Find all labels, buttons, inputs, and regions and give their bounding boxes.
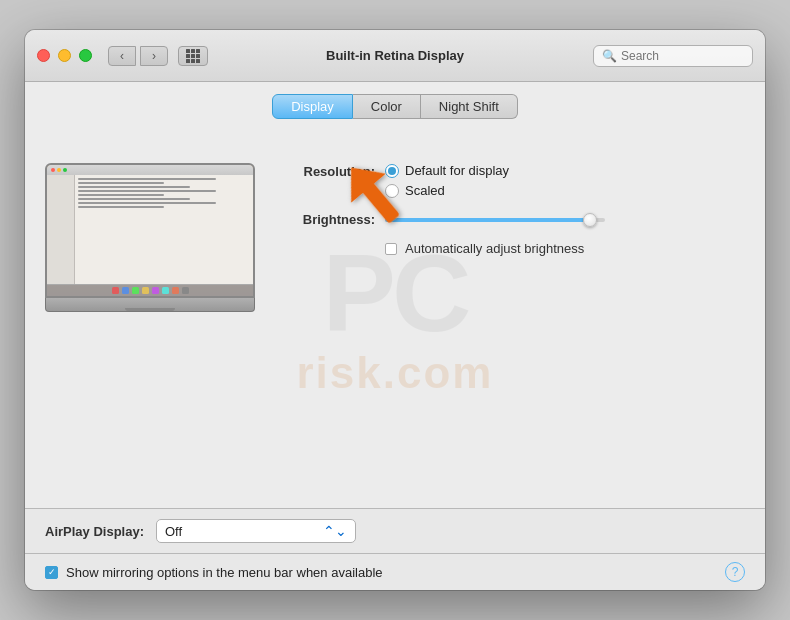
mini-line-6 [78, 198, 190, 200]
radio-scaled-label: Scaled [405, 183, 445, 198]
search-icon: 🔍 [602, 49, 617, 63]
mirror-row: ✓ Show mirroring options in the menu bar… [25, 553, 765, 590]
radio-default-inner [388, 167, 396, 175]
content-area: PC risk.com [25, 127, 765, 508]
radio-default-circle[interactable] [385, 164, 399, 178]
airplay-value: Off [165, 524, 182, 539]
close-button[interactable] [37, 49, 50, 62]
laptop-base [45, 298, 255, 312]
dock-icon-1 [112, 287, 119, 294]
auto-brightness-row: Automatically adjust brightness [385, 241, 745, 256]
grid-icon [186, 49, 200, 63]
auto-brightness-checkbox[interactable] [385, 243, 397, 255]
back-button[interactable]: ‹ [108, 46, 136, 66]
tabs-bar: Display Color Night Shift [25, 82, 765, 127]
traffic-lights [37, 49, 92, 62]
mirror-checkbox[interactable]: ✓ [45, 566, 58, 579]
mini-dock [47, 284, 253, 296]
brightness-row: Brightness: [285, 212, 745, 227]
resolution-row: Resolution: Default for display Scaled [285, 163, 745, 198]
auto-brightness-label: Automatically adjust brightness [405, 241, 584, 256]
airplay-dropdown[interactable]: Off ⌃⌄ [156, 519, 356, 543]
dropdown-arrow-icon: ⌃⌄ [323, 523, 347, 539]
minimize-button[interactable] [58, 49, 71, 62]
radio-default[interactable]: Default for display [385, 163, 509, 178]
mini-ui [47, 165, 253, 296]
mini-line-8 [78, 206, 164, 208]
settings-panel: Resolution: Default for display Scaled [285, 143, 745, 492]
tab-display[interactable]: Display [272, 94, 353, 119]
back-icon: ‹ [120, 49, 124, 63]
main-window: ‹ › Built-in Retina Display 🔍 Display Co… [25, 30, 765, 590]
search-input[interactable] [621, 49, 741, 63]
tab-night-shift[interactable]: Night Shift [421, 94, 518, 119]
maximize-button[interactable] [79, 49, 92, 62]
resolution-label: Resolution: [285, 163, 375, 179]
mini-line-7 [78, 202, 216, 204]
mini-sidebar [47, 175, 75, 284]
laptop-screen [45, 163, 255, 298]
search-box[interactable]: 🔍 [593, 45, 753, 67]
mirror-label: Show mirroring options in the menu bar w… [66, 565, 717, 580]
help-icon: ? [732, 565, 739, 579]
checkmark-icon: ✓ [48, 568, 56, 577]
radio-default-label: Default for display [405, 163, 509, 178]
mini-line-1 [78, 178, 216, 180]
screen-inner [47, 165, 253, 296]
tab-color[interactable]: Color [353, 94, 421, 119]
mini-main [75, 175, 253, 284]
dock-icon-5 [152, 287, 159, 294]
dock-icon-6 [162, 287, 169, 294]
forward-button[interactable]: › [140, 46, 168, 66]
dock-icon-7 [172, 287, 179, 294]
laptop [45, 163, 255, 312]
mini-min [57, 168, 61, 172]
help-button[interactable]: ? [725, 562, 745, 582]
mini-close [51, 168, 55, 172]
window-title: Built-in Retina Display [326, 48, 464, 63]
airplay-label: AirPlay Display: [45, 524, 144, 539]
dock-icon-2 [122, 287, 129, 294]
radio-scaled[interactable]: Scaled [385, 183, 509, 198]
grid-button[interactable] [178, 46, 208, 66]
brightness-label: Brightness: [285, 212, 375, 227]
mini-max [63, 168, 67, 172]
titlebar: ‹ › Built-in Retina Display 🔍 [25, 30, 765, 82]
mini-line-4 [78, 190, 216, 192]
mini-titlebar [47, 165, 253, 175]
dock-icon-8 [182, 287, 189, 294]
mini-content [47, 175, 253, 284]
radio-group: Default for display Scaled [385, 163, 509, 198]
mini-line-3 [78, 186, 190, 188]
brightness-slider[interactable] [385, 218, 605, 222]
mini-line-5 [78, 194, 164, 196]
forward-icon: › [152, 49, 156, 63]
airplay-bar: AirPlay Display: Off ⌃⌄ [25, 508, 765, 553]
mini-line-2 [78, 182, 164, 184]
laptop-preview [45, 143, 265, 492]
radio-scaled-circle[interactable] [385, 184, 399, 198]
dock-icon-4 [142, 287, 149, 294]
nav-buttons: ‹ › [108, 46, 168, 66]
dock-icon-3 [132, 287, 139, 294]
slider-thumb[interactable] [583, 213, 597, 227]
